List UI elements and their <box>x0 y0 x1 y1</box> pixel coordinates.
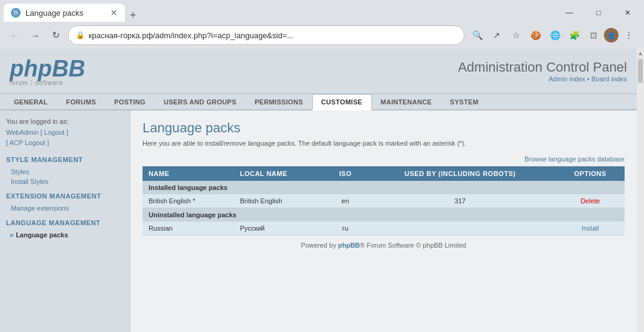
table-row: British English * British English en 317… <box>143 194 625 208</box>
page-description: Here you are able to install/remove lang… <box>143 140 625 147</box>
extension-management-title: EXTENSION MANAGEMENT <box>6 192 124 200</box>
pack-action-british: Delete <box>556 194 625 208</box>
uninstalled-section-header: Uninstalled language packs <box>143 208 625 222</box>
share-icon[interactable]: ↗ <box>488 26 506 44</box>
main-layout: You are logged in as: WebAdmin [ Logout … <box>0 110 637 332</box>
close-button[interactable]: ✕ <box>614 4 642 22</box>
language-table: NAME LOCAL NAME ISO USED BY (INCLUDING R… <box>143 166 625 235</box>
tab-system[interactable]: SYSTEM <box>441 94 488 109</box>
translate-icon[interactable]: 🌐 <box>546 26 564 44</box>
page-content: phpBB forum | software Administration Co… <box>0 49 637 332</box>
tab-customise[interactable]: CUSTOMISE <box>312 94 372 110</box>
logout-link[interactable]: [ Logout ] <box>41 129 69 136</box>
phpbb-footer-link[interactable]: phpBB <box>338 242 360 249</box>
acp-logout-link[interactable]: [ ACP Logout ] <box>6 139 49 146</box>
page-footer: Powered by phpBB® Forum Software © phpBB… <box>143 235 625 255</box>
manage-extensions-link[interactable]: Manage extensions <box>6 203 124 213</box>
logo-separator: | <box>31 80 33 86</box>
install-russian-link[interactable]: Install <box>582 225 599 232</box>
pack-action-russian: Install <box>556 222 625 235</box>
tab-favicon: 🐘 <box>11 8 21 18</box>
logo-text: phpBB <box>10 56 86 82</box>
phpbb-logo: phpBB forum | software <box>10 56 86 86</box>
table-row: Russian Русский ru Install <box>143 222 625 235</box>
browse-link-container: Browse language packs database <box>143 155 625 163</box>
tab-title: Language packs <box>25 8 83 18</box>
logo-forum: forum <box>10 80 29 86</box>
address-bar: ← → ↻ 🔒 красная-горка.рф/adm/index.php?i… <box>0 22 644 49</box>
acp-title: Administration Control Panel <box>458 59 627 75</box>
username-link[interactable]: WebAdmin <box>6 129 39 136</box>
scrollbar-thumb[interactable] <box>638 59 643 83</box>
vertical-scrollbar[interactable]: ▲ ▼ <box>637 49 644 332</box>
lock-icon: 🔒 <box>76 31 85 39</box>
logo-software: software <box>35 80 63 86</box>
pack-local-russian: Русский <box>234 222 326 235</box>
table-header-row: NAME LOCAL NAME ISO USED BY (INCLUDING R… <box>143 166 625 181</box>
back-button[interactable]: ← <box>6 27 23 44</box>
sidebar-login-info: You are logged in as: WebAdmin [ Logout … <box>6 117 124 149</box>
install-styles-link[interactable]: Install Styles <box>6 177 124 186</box>
language-packs-current: Language packs <box>6 230 124 240</box>
url-box[interactable]: 🔒 красная-горка.рф/adm/index.php?i=acp_l… <box>68 25 465 45</box>
acp-title-area: Administration Control Panel Admin index… <box>458 59 627 83</box>
tab-posting[interactable]: POSTING <box>105 94 155 109</box>
tab-maintenance[interactable]: MAINTENANCE <box>372 94 441 109</box>
language-packs-label: Language packs <box>16 231 68 239</box>
scroll-up-arrow[interactable]: ▲ <box>637 50 643 56</box>
pack-usedby-british: 317 <box>364 194 556 208</box>
profile-icon[interactable]: 👤 <box>604 28 619 42</box>
cookie-icon[interactable]: 🍪 <box>526 26 545 44</box>
minimize-button[interactable]: — <box>555 4 583 22</box>
pack-iso-british: en <box>326 194 364 208</box>
board-index-link[interactable]: Board index <box>591 75 627 83</box>
new-tab-button[interactable]: + <box>125 9 141 22</box>
content-area: Language packs Here you are able to inst… <box>130 110 637 332</box>
tab-users-groups[interactable]: USERS AND GROUPS <box>155 94 246 109</box>
lens-icon[interactable]: 🔍 <box>468 26 486 44</box>
more-options-icon[interactable]: ⋮ <box>620 26 638 44</box>
browser-tab[interactable]: 🐘 Language packs ✕ <box>4 4 125 22</box>
reload-button[interactable]: ↻ <box>47 27 64 44</box>
uninstalled-section-label: Uninstalled language packs <box>143 208 625 222</box>
footer-powered-by: Powered by <box>301 242 338 249</box>
col-local-name: LOCAL NAME <box>234 166 326 181</box>
page-wrapper: phpBB forum | software Administration Co… <box>0 49 644 332</box>
url-text: красная-горка.рф/adm/index.php?i=acp_lan… <box>89 31 457 40</box>
style-management-title: STYLE MANAGEMENT <box>6 156 124 163</box>
maximize-button[interactable]: □ <box>585 4 612 22</box>
tab-close-button[interactable]: ✕ <box>110 8 118 18</box>
acp-links: Admin index • Board index <box>458 75 627 83</box>
logged-in-label: You are logged in as: <box>6 118 69 125</box>
nav-tabs: GENERAL FORUMS POSTING USERS AND GROUPS … <box>0 94 637 110</box>
pack-iso-russian: ru <box>326 222 364 235</box>
sidebar: You are logged in as: WebAdmin [ Logout … <box>0 110 130 332</box>
col-name: NAME <box>143 166 234 181</box>
styles-link[interactable]: Styles <box>6 167 124 177</box>
pack-name-russian: Russian <box>143 222 234 235</box>
admin-index-link[interactable]: Admin index <box>549 75 586 83</box>
footer-text: ® Forum Software © phpBB Limited <box>360 242 466 249</box>
pack-name-british: British English * <box>143 194 234 208</box>
col-used-by: USED BY (INCLUDING ROBOTS) <box>364 166 556 181</box>
installed-section-label: Installed language packs <box>143 181 625 194</box>
logo-subtitle: forum | software <box>10 80 86 86</box>
page-title: Language packs <box>143 120 625 136</box>
tab-general[interactable]: GENERAL <box>5 94 57 109</box>
pack-local-british: British English <box>234 194 326 208</box>
browse-database-link[interactable]: Browse language packs database <box>525 155 625 163</box>
language-management-title: LANGUAGE MANAGEMENT <box>6 219 124 226</box>
bookmark-icon[interactable]: ☆ <box>507 26 525 44</box>
col-iso: ISO <box>326 166 364 181</box>
browser-menu-icon[interactable]: ⊡ <box>585 26 603 44</box>
installed-section-header: Installed language packs <box>143 181 625 194</box>
phpbb-header: phpBB forum | software Administration Co… <box>0 49 637 94</box>
delete-british-link[interactable]: Delete <box>580 197 600 205</box>
extensions-icon[interactable]: 🧩 <box>565 26 583 44</box>
forward-button[interactable]: → <box>27 27 44 44</box>
pack-usedby-russian <box>364 222 556 235</box>
tab-permissions[interactable]: PERMISSIONS <box>246 94 312 109</box>
tab-forums[interactable]: FORUMS <box>57 94 105 109</box>
col-options: OPTIONS <box>556 166 625 181</box>
